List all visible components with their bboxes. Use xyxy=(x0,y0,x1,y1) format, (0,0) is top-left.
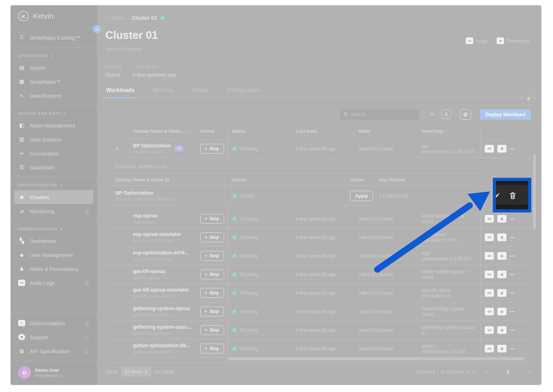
logs-icon[interactable]: <> xyxy=(485,252,494,260)
telemetry-icon[interactable]: ılı xyxy=(497,215,506,223)
section-operations[interactable]: OPERATIONS∨ xyxy=(18,54,89,58)
tab-workloads[interactable]: Workloads xyxy=(105,86,135,98)
sidebar-item-user-management[interactable]: ☻ User Management xyxy=(14,248,93,262)
sidebar-item-assets[interactable]: ▤ Assets xyxy=(14,61,93,75)
page-size-select[interactable]: 32 items ▾ xyxy=(121,366,151,377)
sidebar-item-data-streams[interactable]: ▥ Data Streams xyxy=(14,132,93,146)
table-row[interactable]: gathering-system-opcu... gathering-syste… xyxy=(105,321,531,340)
more-options-button[interactable]: ••• xyxy=(510,309,515,314)
telemetry-button[interactable]: ılı Telemetry xyxy=(497,37,530,44)
logs-icon[interactable]: <> xyxy=(485,289,494,297)
table-row[interactable]: esp-opcua-simulator esp-opcua-simulator … xyxy=(105,228,531,247)
deploy-workload-button[interactable]: Deploy Workload xyxy=(480,109,531,120)
edit-icon[interactable] xyxy=(493,192,500,201)
telemetry-icon[interactable]: ılı xyxy=(497,233,506,241)
logs-icon[interactable]: <> xyxy=(485,215,494,223)
logs-icon[interactable]: <> xyxy=(485,345,494,352)
more-options-button[interactable]: ••• xyxy=(510,217,515,221)
expanded-view-button[interactable]: ≡ xyxy=(441,110,451,119)
sidebar-item-documentation[interactable]: ≡ Documentation xyxy=(14,316,93,330)
last-page-button[interactable]: » xyxy=(528,369,531,374)
telemetry-icon[interactable]: ılı xyxy=(497,289,506,297)
external-link-icon xyxy=(85,281,89,285)
section-assets-and-data[interactable]: ASSETS AND DATA∨ xyxy=(18,111,89,115)
table-settings-button[interactable]: ⚙ xyxy=(460,109,471,120)
more-options-button[interactable]: ••• xyxy=(510,291,515,295)
sort-icon[interactable]: ↓↑ xyxy=(188,129,191,133)
telemetry-icon[interactable]: ılı xyxy=(497,345,506,352)
stop-button[interactable]: ■Stop xyxy=(200,251,224,261)
user-profile[interactable]: D Demo User demo@kelvin.ai xyxy=(10,361,97,385)
stop-button[interactable]: ■Stop xyxy=(200,144,224,154)
section-orchestration[interactable]: ORCHESTRATION∨ xyxy=(18,183,89,187)
more-options-button[interactable]: ••• xyxy=(510,147,515,151)
apply-button[interactable]: Apply xyxy=(350,191,373,201)
table-row[interactable]: gas-lift-opcua gas-lift-opcua ■Stop ✓Run… xyxy=(105,265,531,284)
collapse-panel-button[interactable]: ∧ xyxy=(521,91,536,106)
table-row[interactable]: gathering-system-opcua gathering-system-… xyxy=(105,302,531,321)
status-text: Running xyxy=(240,216,258,222)
telemetry-icon[interactable]: ılı xyxy=(497,252,506,260)
sidebar-item-data-explorer[interactable]: ∿ Data Explorer xyxy=(14,89,93,103)
vertical-scrollbar[interactable] xyxy=(533,154,536,229)
logs-icon[interactable]: <> xyxy=(485,271,494,278)
more-options-button[interactable]: ••• xyxy=(510,346,515,351)
stop-button[interactable]: ■Stop xyxy=(200,232,224,242)
more-options-button[interactable]: ••• xyxy=(510,254,515,258)
table-row[interactable]: gas-lift-opcua-simulator gas-lift-opcua-… xyxy=(105,284,531,302)
breadcrumb-clusters[interactable]: Clusters xyxy=(105,15,125,21)
stop-button[interactable]: ■Stop xyxy=(200,325,224,335)
sidebar-item-monitoring[interactable]: ⊿ Monitoring xyxy=(14,204,93,218)
tab-configuration[interactable]: Configuration xyxy=(226,86,261,98)
per-page-label: per page xyxy=(155,369,174,374)
delete-icon[interactable] xyxy=(509,191,517,202)
prev-page-button[interactable]: ‹ xyxy=(496,369,498,374)
sidebar-item-support[interactable]: ✚ Support xyxy=(14,330,93,344)
telemetry-icon[interactable]: ılı xyxy=(497,326,506,334)
first-page-button[interactable]: « xyxy=(485,369,488,374)
sidebar-item-dashboard[interactable]: ▚ Dashboard xyxy=(14,234,93,248)
column-header-name[interactable]: Display Name & Name ...↓↑ xyxy=(125,128,196,134)
stop-button[interactable]: ■Stop xyxy=(200,288,224,298)
telemetry-icon[interactable]: ılı xyxy=(497,308,506,315)
next-page-button[interactable]: › xyxy=(518,369,520,374)
sidebar-item-api-specification[interactable]: ◍ API Specification xyxy=(14,344,93,358)
telemetry-icon[interactable]: ılı xyxy=(497,271,506,278)
more-options-button[interactable]: ••• xyxy=(510,272,515,276)
logs-icon[interactable]: <> xyxy=(485,233,494,241)
table-row-bp-optimization[interactable]: ∨ BP Optimization bp-optimization... +1 … xyxy=(105,139,531,158)
stop-button[interactable]: ■Stop xyxy=(200,270,224,279)
stop-button[interactable]: ■Stop xyxy=(200,214,224,224)
compact-view-button[interactable]: = xyxy=(427,110,437,119)
workload-name: gather-optimization-d5... xyxy=(133,342,190,349)
tab-services[interactable]: Services xyxy=(152,86,175,98)
staged-row-bp-optimization[interactable]: BP Optimization bp-optimization-d47755t5… xyxy=(110,186,486,206)
section-administration[interactable]: ADMINISTRATION∨ xyxy=(18,227,89,231)
sidebar-item-audit-logs[interactable]: <> Audit Logs xyxy=(14,276,93,290)
sidebar-item-roles-permissions[interactable]: ♟ Roles & Permissions xyxy=(14,262,93,276)
sidebar-item-clusters[interactable]: ◉ Clusters xyxy=(14,190,93,204)
workload-name: BP Optimization xyxy=(115,189,227,196)
table-row[interactable]: esp-opcua esp-opcua ■Stop ✓Running a few… xyxy=(105,210,531,228)
more-options-button[interactable]: ••• xyxy=(510,328,515,332)
table-row[interactable]: esp-optimization-d476... esp-optimizatio… xyxy=(105,247,531,265)
logs-button[interactable]: <> Logs xyxy=(466,37,488,44)
sidebar-item-asset-management[interactable]: ◧ Asset Management xyxy=(14,118,93,132)
sidebar-collapse-button[interactable]: ‹ xyxy=(93,25,101,33)
logs-icon[interactable]: <> xyxy=(485,145,494,153)
expand-chevron-icon[interactable]: ∨ xyxy=(105,146,125,151)
horizontal-scrollbar[interactable] xyxy=(228,357,524,360)
sidebar-item-smartapps-catalog[interactable]: ⠿ SmartApps Catalog™ xyxy=(14,30,93,44)
tab-nodes[interactable]: Nodes xyxy=(192,86,209,98)
logs-icon[interactable]: <> xyxy=(485,308,494,315)
sidebar-item-connections[interactable]: ∾ Connections xyxy=(14,146,93,160)
sidebar-item-guardrails[interactable]: ☰ Guardrails xyxy=(14,160,93,174)
logs-icon[interactable]: <> xyxy=(485,326,494,334)
telemetry-icon[interactable]: ılı xyxy=(497,145,506,153)
sidebar-item-smartapps[interactable]: ▦ SmartApps™ xyxy=(14,75,93,89)
stop-button[interactable]: ■Stop xyxy=(200,344,224,354)
table-row[interactable]: gather-optimization-d5... gather-optimiz… xyxy=(105,340,531,358)
stop-button[interactable]: ■Stop xyxy=(200,307,224,316)
more-options-button[interactable]: ••• xyxy=(510,235,515,239)
search-input[interactable] xyxy=(340,109,419,120)
